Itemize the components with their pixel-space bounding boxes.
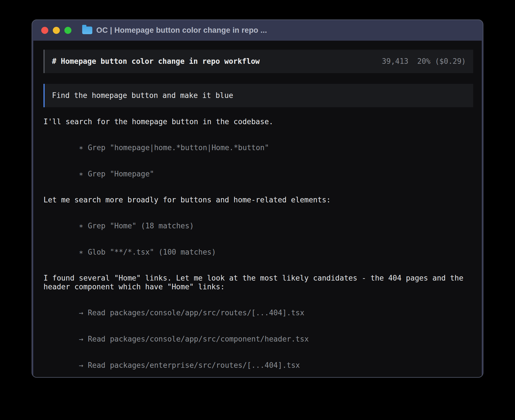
session-stats: 39,413 20% ($0.29) xyxy=(382,57,466,66)
assistant-text: I'll search for the homepage button in t… xyxy=(43,117,473,126)
tool-call-text: Grep "Home" (18 matches) xyxy=(88,222,194,230)
folder-icon xyxy=(82,27,92,34)
tool-call-grep: ∗Grep "Homepage" xyxy=(43,161,473,187)
minimize-button[interactable] xyxy=(53,27,60,34)
session-header: # Homepage button color change in repo w… xyxy=(43,50,473,73)
traffic-lights xyxy=(41,27,71,34)
window-title: OC | Homepage button color change in rep… xyxy=(96,26,267,35)
tool-call-text: Read packages/console/app/src/routes/[..… xyxy=(88,309,304,317)
arrow-right-icon: → xyxy=(79,309,83,317)
close-button[interactable] xyxy=(41,27,48,34)
tool-call-text: Glob "**/*.tsx" (100 matches) xyxy=(88,248,216,256)
titlebar: OC | Homepage button color change in rep… xyxy=(32,20,483,41)
user-message: Find the homepage button and make it blu… xyxy=(43,84,473,107)
assistant-text: Let me search more broadly for buttons a… xyxy=(43,196,473,204)
tool-call-grep: ∗Grep "Home" (18 matches) xyxy=(43,213,473,239)
tool-call-text: Grep "Homepage" xyxy=(88,170,154,178)
tool-call-group: →Read packages/console/app/src/routes/[.… xyxy=(43,300,473,378)
tool-call-text: Read packages/console/app/src/component/… xyxy=(88,335,309,343)
terminal-window: OC | Homepage button color change in rep… xyxy=(32,19,483,378)
tool-call-read: →Read packages/console/app/src/component… xyxy=(43,326,473,352)
tool-call-read: →Read packages/enterprise/src/routes/[..… xyxy=(43,352,473,378)
tool-call-glob: ∗Glob "**/*.tsx" (100 matches) xyxy=(43,239,473,265)
arrow-right-icon: → xyxy=(79,361,83,369)
asterisk-icon: ∗ xyxy=(79,222,83,230)
terminal-content: # Homepage button color change in repo w… xyxy=(33,41,482,378)
session-title: # Homepage button color change in repo w… xyxy=(52,57,260,66)
asterisk-icon: ∗ xyxy=(79,143,83,152)
tool-call-text: Grep "homepage|home.*button|Home.*button… xyxy=(88,143,269,152)
fullscreen-button[interactable] xyxy=(64,27,71,34)
tool-call-read: →Read packages/console/app/src/routes/[.… xyxy=(43,300,473,326)
tool-call-group: ∗Grep "Home" (18 matches) ∗Glob "**/*.ts… xyxy=(43,213,473,265)
asterisk-icon: ∗ xyxy=(79,248,83,256)
arrow-right-icon: → xyxy=(79,335,83,343)
user-message-text: Find the homepage button and make it blu… xyxy=(52,91,233,100)
tool-call-grep: ∗Grep "homepage|home.*button|Home.*butto… xyxy=(43,135,473,161)
assistant-text: I found several "Home" links. Let me loo… xyxy=(43,274,473,291)
tool-call-text: Read packages/enterprise/src/routes/[...… xyxy=(88,361,300,369)
asterisk-icon: ∗ xyxy=(79,170,83,178)
tool-call-group: ∗Grep "homepage|home.*button|Home.*butto… xyxy=(43,135,473,187)
